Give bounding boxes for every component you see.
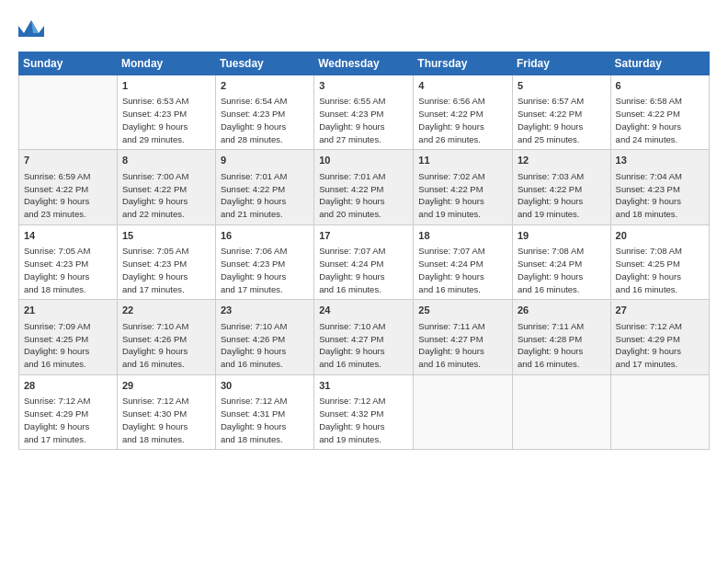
day-number: 20 [616, 229, 704, 243]
day-cell: 15Sunrise: 7:05 AM Sunset: 4:23 PM Dayli… [117, 224, 215, 299]
day-number: 9 [221, 154, 309, 167]
day-cell: 1Sunrise: 6:53 AM Sunset: 4:23 PM Daylig… [117, 75, 215, 150]
day-number: 27 [616, 304, 704, 317]
day-cell: 10Sunrise: 7:01 AM Sunset: 4:22 PM Dayli… [314, 150, 414, 224]
day-info: Sunrise: 7:08 AM Sunset: 4:24 PM Dayligh… [518, 245, 606, 295]
day-number: 23 [221, 304, 309, 317]
day-info: Sunrise: 6:54 AM Sunset: 4:23 PM Dayligh… [221, 95, 309, 145]
day-cell: 21Sunrise: 7:09 AM Sunset: 4:25 PM Dayli… [19, 300, 118, 374]
day-info: Sunrise: 7:12 AM Sunset: 4:31 PM Dayligh… [221, 395, 309, 445]
day-info: Sunrise: 7:06 AM Sunset: 4:23 PM Dayligh… [221, 245, 309, 295]
day-info: Sunrise: 7:01 AM Sunset: 4:22 PM Dayligh… [319, 170, 408, 221]
day-cell: 28Sunrise: 7:12 AM Sunset: 4:29 PM Dayli… [19, 374, 118, 449]
header-row: SundayMondayTuesdayWednesdayThursdayFrid… [19, 52, 710, 75]
day-number: 29 [122, 379, 210, 393]
day-cell [19, 75, 118, 150]
day-number: 11 [418, 154, 507, 167]
day-cell: 30Sunrise: 7:12 AM Sunset: 4:31 PM Dayli… [216, 374, 314, 449]
day-info: Sunrise: 6:58 AM Sunset: 4:22 PM Dayligh… [616, 95, 704, 145]
day-cell: 4Sunrise: 6:56 AM Sunset: 4:22 PM Daylig… [414, 75, 513, 150]
day-cell: 7Sunrise: 6:59 AM Sunset: 4:22 PM Daylig… [19, 150, 118, 224]
day-info: Sunrise: 7:07 AM Sunset: 4:24 PM Dayligh… [418, 245, 507, 295]
day-cell: 16Sunrise: 7:06 AM Sunset: 4:23 PM Dayli… [216, 224, 314, 299]
header-cell-monday: Monday [117, 52, 215, 75]
day-cell: 22Sunrise: 7:10 AM Sunset: 4:26 PM Dayli… [117, 300, 215, 374]
day-cell: 5Sunrise: 6:57 AM Sunset: 4:22 PM Daylig… [512, 75, 610, 150]
day-number: 2 [221, 79, 309, 93]
header-cell-tuesday: Tuesday [216, 52, 314, 75]
week-row-4: 21Sunrise: 7:09 AM Sunset: 4:25 PM Dayli… [19, 300, 710, 374]
day-cell: 12Sunrise: 7:03 AM Sunset: 4:22 PM Dayli… [512, 150, 610, 224]
day-number: 21 [24, 304, 112, 317]
day-cell: 19Sunrise: 7:08 AM Sunset: 4:24 PM Dayli… [512, 224, 610, 299]
week-row-3: 14Sunrise: 7:05 AM Sunset: 4:23 PM Dayli… [19, 224, 710, 299]
day-number: 30 [221, 379, 309, 393]
day-number: 25 [418, 304, 507, 317]
day-cell: 20Sunrise: 7:08 AM Sunset: 4:25 PM Dayli… [610, 224, 709, 299]
day-info: Sunrise: 6:56 AM Sunset: 4:22 PM Dayligh… [418, 95, 507, 145]
day-cell: 2Sunrise: 6:54 AM Sunset: 4:23 PM Daylig… [216, 75, 314, 150]
day-info: Sunrise: 6:55 AM Sunset: 4:23 PM Dayligh… [319, 95, 408, 145]
day-cell: 24Sunrise: 7:10 AM Sunset: 4:27 PM Dayli… [314, 300, 414, 374]
day-number: 28 [24, 379, 112, 393]
week-row-1: 1Sunrise: 6:53 AM Sunset: 4:23 PM Daylig… [19, 75, 710, 150]
day-number: 26 [518, 304, 606, 317]
week-row-2: 7Sunrise: 6:59 AM Sunset: 4:22 PM Daylig… [19, 150, 710, 224]
day-info: Sunrise: 7:10 AM Sunset: 4:26 PM Dayligh… [122, 320, 210, 371]
svg-marker-0 [18, 20, 44, 37]
logo [18, 17, 48, 42]
day-cell: 6Sunrise: 6:58 AM Sunset: 4:22 PM Daylig… [610, 75, 709, 150]
page: SundayMondayTuesdayWednesdayThursdayFrid… [0, 0, 728, 563]
header-cell-wednesday: Wednesday [314, 52, 414, 75]
day-number: 13 [616, 154, 704, 167]
day-info: Sunrise: 7:11 AM Sunset: 4:27 PM Dayligh… [418, 320, 507, 371]
header-cell-friday: Friday [512, 52, 610, 75]
day-cell: 9Sunrise: 7:01 AM Sunset: 4:22 PM Daylig… [216, 150, 314, 224]
day-cell: 13Sunrise: 7:04 AM Sunset: 4:23 PM Dayli… [610, 150, 709, 224]
day-info: Sunrise: 7:00 AM Sunset: 4:22 PM Dayligh… [122, 170, 210, 221]
day-number: 5 [518, 79, 606, 93]
day-number: 19 [518, 229, 606, 243]
day-info: Sunrise: 6:59 AM Sunset: 4:22 PM Dayligh… [24, 170, 112, 221]
day-info: Sunrise: 7:12 AM Sunset: 4:30 PM Dayligh… [122, 395, 210, 445]
header-cell-saturday: Saturday [610, 52, 709, 75]
day-info: Sunrise: 7:03 AM Sunset: 4:22 PM Dayligh… [518, 170, 606, 221]
day-info: Sunrise: 7:10 AM Sunset: 4:26 PM Dayligh… [221, 320, 309, 371]
day-number: 4 [418, 79, 507, 93]
logo-icon [18, 17, 44, 42]
day-cell: 14Sunrise: 7:05 AM Sunset: 4:23 PM Dayli… [19, 224, 118, 299]
day-number: 16 [221, 229, 309, 243]
day-number: 18 [418, 229, 507, 243]
day-number: 17 [319, 229, 408, 243]
day-number: 31 [319, 379, 408, 393]
day-number: 10 [319, 154, 408, 167]
day-info: Sunrise: 7:12 AM Sunset: 4:29 PM Dayligh… [616, 320, 704, 371]
day-cell: 27Sunrise: 7:12 AM Sunset: 4:29 PM Dayli… [610, 300, 709, 374]
header-cell-sunday: Sunday [19, 52, 118, 75]
day-info: Sunrise: 6:57 AM Sunset: 4:22 PM Dayligh… [518, 95, 606, 145]
day-number: 6 [616, 79, 704, 93]
day-cell: 11Sunrise: 7:02 AM Sunset: 4:22 PM Dayli… [414, 150, 513, 224]
day-info: Sunrise: 7:05 AM Sunset: 4:23 PM Dayligh… [122, 245, 210, 295]
day-number: 1 [122, 79, 210, 93]
day-number: 22 [122, 304, 210, 317]
day-cell: 23Sunrise: 7:10 AM Sunset: 4:26 PM Dayli… [216, 300, 314, 374]
day-info: Sunrise: 7:10 AM Sunset: 4:27 PM Dayligh… [319, 320, 408, 371]
day-number: 8 [122, 154, 210, 167]
header-cell-thursday: Thursday [414, 52, 513, 75]
day-number: 3 [319, 79, 408, 93]
day-info: Sunrise: 7:02 AM Sunset: 4:22 PM Dayligh… [418, 170, 507, 221]
day-cell [414, 374, 513, 449]
week-row-5: 28Sunrise: 7:12 AM Sunset: 4:29 PM Dayli… [19, 374, 710, 449]
day-info: Sunrise: 6:53 AM Sunset: 4:23 PM Dayligh… [122, 95, 210, 145]
day-info: Sunrise: 7:01 AM Sunset: 4:22 PM Dayligh… [221, 170, 309, 221]
day-info: Sunrise: 7:05 AM Sunset: 4:23 PM Dayligh… [24, 245, 112, 295]
day-cell: 31Sunrise: 7:12 AM Sunset: 4:32 PM Dayli… [314, 374, 414, 449]
day-number: 14 [24, 229, 112, 243]
day-cell [512, 374, 610, 449]
calendar: SundayMondayTuesdayWednesdayThursdayFrid… [18, 52, 710, 450]
day-cell: 17Sunrise: 7:07 AM Sunset: 4:24 PM Dayli… [314, 224, 414, 299]
day-info: Sunrise: 7:07 AM Sunset: 4:24 PM Dayligh… [319, 245, 408, 295]
day-cell: 26Sunrise: 7:11 AM Sunset: 4:28 PM Dayli… [512, 300, 610, 374]
day-cell: 18Sunrise: 7:07 AM Sunset: 4:24 PM Dayli… [414, 224, 513, 299]
